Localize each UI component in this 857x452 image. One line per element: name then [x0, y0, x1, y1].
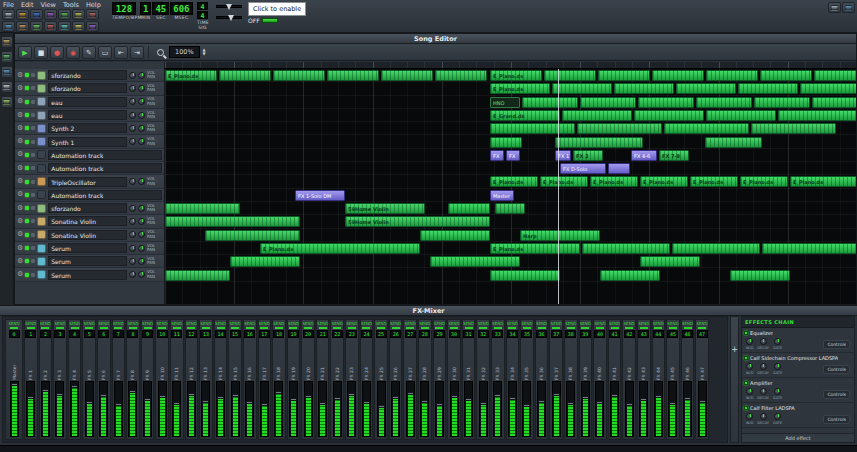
- timesig-denominator-lcd[interactable]: 4: [197, 11, 208, 19]
- channel-fader[interactable]: [407, 392, 414, 395]
- track-row[interactable]: ⚙Synth 1VOL PAN: [15, 135, 164, 148]
- track-name[interactable]: Sonatina Violin: [48, 230, 127, 240]
- track-name[interactable]: Automation track: [48, 190, 162, 200]
- pattern-clip[interactable]: [706, 70, 758, 81]
- send-knob[interactable]: [654, 327, 662, 329]
- track-row[interactable]: ⚙sforzandoVOL PAN: [15, 69, 164, 82]
- timeline-grid[interactable]: E_Piano.dsE_Piano.dsE_Piano.dsHNOE_Grand…: [165, 69, 856, 304]
- decay-knob[interactable]: [760, 388, 767, 395]
- mixer-strip[interactable]: SEND31FX 31: [462, 319, 476, 440]
- pattern-clip[interactable]: HNO: [490, 97, 520, 108]
- pattern-clip[interactable]: [598, 70, 650, 81]
- effect-slot[interactable]: AmplifierW/DDECAYGATEControls: [742, 378, 854, 403]
- track-mute-led[interactable]: [25, 126, 29, 130]
- mixer-strip[interactable]: SEND15FX 15: [228, 319, 242, 440]
- channel-fader[interactable]: [334, 397, 341, 400]
- track-solo-led[interactable]: [31, 126, 35, 130]
- record-button[interactable]: ●: [50, 46, 64, 59]
- track-row[interactable]: ⚙Sonatina ViolinVOL PAN: [15, 215, 164, 228]
- track-solo-led[interactable]: [31, 180, 35, 184]
- pattern-clip[interactable]: [760, 70, 812, 81]
- track-pan-knob[interactable]: [138, 271, 145, 278]
- channel-fader[interactable]: [232, 394, 239, 397]
- track-name[interactable]: Sonatina Violin: [48, 216, 127, 226]
- mixer-strip[interactable]: SEND25FX 25: [374, 319, 388, 440]
- pattern-clip[interactable]: [490, 123, 575, 134]
- menu-edit[interactable]: Edit: [21, 1, 34, 9]
- mixer-strip[interactable]: SEND9FX 9: [141, 319, 155, 440]
- track-pan-knob[interactable]: [138, 205, 145, 212]
- hq-mode-toggle[interactable]: OFF: [248, 17, 278, 24]
- channel-fader[interactable]: [261, 403, 268, 406]
- track-solo-led[interactable]: [31, 86, 35, 90]
- track-solo-led[interactable]: [31, 100, 35, 104]
- save-project-button[interactable]: [30, 9, 43, 20]
- mixer-strip[interactable]: SEND30FX 30: [447, 319, 461, 440]
- send-knob[interactable]: [246, 327, 254, 329]
- pattern-clip[interactable]: [580, 97, 636, 108]
- mixer-strip[interactable]: SEND18FX 18: [272, 319, 286, 440]
- track-volume-knob[interactable]: [129, 112, 136, 119]
- track-volume-knob[interactable]: [129, 98, 136, 105]
- pattern-clip[interactable]: E_Piano.ds: [790, 176, 856, 187]
- pattern-clip[interactable]: [705, 137, 762, 148]
- send-knob[interactable]: [144, 327, 152, 329]
- mixer-strip[interactable]: SEND28FX 28: [418, 319, 432, 440]
- send-knob[interactable]: [173, 327, 181, 329]
- send-knob[interactable]: [362, 327, 370, 329]
- mixer-strip[interactable]: SEND4FX 4: [68, 319, 82, 440]
- track-volume-knob[interactable]: [129, 178, 136, 185]
- pattern-clip[interactable]: E_Piano.ds: [260, 243, 420, 254]
- send-knob[interactable]: [538, 327, 546, 329]
- channel-fader[interactable]: [100, 394, 107, 397]
- wd-knob[interactable]: [746, 413, 753, 420]
- pattern-clip[interactable]: [165, 216, 300, 227]
- mixer-strip[interactable]: SEND3FX 3: [53, 319, 67, 440]
- timesig-widget[interactable]: 4 4 TIME SIG: [197, 2, 208, 30]
- track-name[interactable]: TripleOscillator: [48, 177, 127, 187]
- track-mute-led[interactable]: [25, 86, 29, 90]
- automation-clip[interactable]: [608, 163, 630, 174]
- channel-fader[interactable]: [115, 403, 122, 406]
- track-row[interactable]: ⚙SerumVOL PAN: [15, 268, 164, 281]
- mixer-strip[interactable]: SEND5FX 5: [82, 319, 96, 440]
- channel-fader[interactable]: [159, 395, 166, 398]
- mixer-strip[interactable]: SEND16FX 16: [243, 319, 257, 440]
- mixer-strip[interactable]: SEND2FX 2: [39, 319, 53, 440]
- decay-knob[interactable]: [760, 338, 767, 345]
- track-name[interactable]: sforzando: [48, 70, 127, 80]
- send-knob[interactable]: [494, 327, 502, 329]
- pattern-clip[interactable]: [435, 70, 487, 81]
- effect-enable-led[interactable]: [744, 381, 748, 385]
- track-pan-knob[interactable]: [138, 72, 145, 79]
- mixer-strip[interactable]: SEND38FX 38: [564, 319, 578, 440]
- open-project-button[interactable]: [16, 9, 29, 20]
- gate-knob[interactable]: [774, 388, 781, 395]
- channel-fader[interactable]: [494, 394, 501, 397]
- send-knob[interactable]: [567, 327, 575, 329]
- master-pitch-slider[interactable]: [216, 16, 242, 19]
- effect-enable-led[interactable]: [744, 356, 748, 360]
- send-knob[interactable]: [289, 327, 297, 329]
- mixer-strip[interactable]: SEND14FX 14: [214, 319, 228, 440]
- redo-button[interactable]: [86, 9, 99, 20]
- track-solo-led[interactable]: [31, 259, 35, 263]
- channel-fader[interactable]: [684, 397, 691, 400]
- channel-fader[interactable]: [626, 403, 633, 406]
- pattern-clip[interactable]: [544, 70, 596, 81]
- gate-knob[interactable]: [774, 338, 781, 345]
- send-knob[interactable]: [187, 327, 195, 329]
- send-knob[interactable]: [669, 327, 677, 329]
- channel-fader[interactable]: [655, 395, 662, 398]
- mixer-strip[interactable]: SEND36FX 36: [535, 319, 549, 440]
- track-gear-icon[interactable]: ⚙: [17, 125, 23, 132]
- pattern-clip[interactable]: [562, 110, 632, 121]
- time-sec-lcd[interactable]: 45: [152, 2, 169, 15]
- mixer-strip[interactable]: SEND45FX 45: [666, 319, 680, 440]
- send-knob[interactable]: [523, 327, 531, 329]
- pattern-clip[interactable]: [430, 256, 520, 267]
- channel-fader[interactable]: [436, 403, 443, 406]
- pattern-clip[interactable]: [381, 70, 433, 81]
- track-volume-knob[interactable]: [129, 245, 136, 252]
- computer-button[interactable]: [1, 96, 13, 108]
